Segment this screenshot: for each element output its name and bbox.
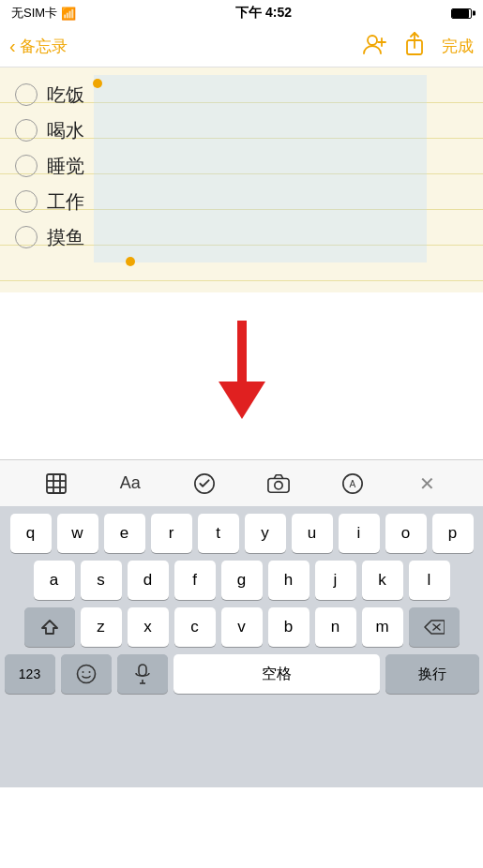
key-j[interactable]: j (315, 561, 356, 600)
red-arrow (209, 321, 275, 437)
key-k[interactable]: k (362, 561, 403, 600)
space-label: 空格 (262, 665, 292, 684)
selection-dot-top (93, 79, 102, 88)
key-num[interactable]: 123 (5, 654, 55, 694)
svg-rect-22 (139, 665, 146, 676)
key-e[interactable]: e (104, 514, 145, 553)
key-z[interactable]: z (81, 607, 122, 647)
key-b[interactable]: b (268, 607, 309, 647)
key-space[interactable]: 空格 (174, 654, 380, 694)
close-toolbar-icon[interactable]: ✕ (410, 467, 444, 501)
checklist-item: 吃饭 (15, 77, 468, 112)
selection-dot-bottom (126, 257, 135, 266)
svg-point-19 (77, 666, 95, 683)
key-f[interactable]: f (174, 561, 216, 600)
note-area[interactable]: 吃饭 喝水 睡觉 工作 摸鱼 (0, 67, 483, 292)
key-x[interactable]: x (128, 607, 169, 647)
back-arrow-icon: ‹ (9, 36, 16, 57)
item-text: 摸鱼 (47, 225, 84, 250)
share-icon[interactable] (404, 32, 425, 62)
status-carrier: 无SIM卡 📶 (11, 5, 76, 22)
key-p[interactable]: p (432, 514, 474, 553)
key-w[interactable]: w (57, 514, 98, 553)
svg-point-14 (275, 481, 282, 488)
key-shift[interactable] (24, 607, 75, 647)
svg-rect-7 (47, 474, 66, 493)
key-m[interactable]: m (362, 607, 403, 647)
item-text: 喝水 (47, 118, 84, 143)
add-person-icon[interactable] (363, 34, 387, 60)
format-toolbar-icon[interactable]: Aa (113, 467, 147, 501)
key-t[interactable]: t (198, 514, 239, 553)
key-emoji[interactable] (61, 654, 112, 694)
key-s[interactable]: s (81, 561, 122, 600)
back-button[interactable]: ‹ 备忘录 (9, 36, 68, 57)
key-o[interactable]: o (385, 514, 427, 553)
return-label: 换行 (418, 666, 446, 683)
format-label: Aa (120, 473, 141, 493)
item-text: 吃饭 (47, 82, 84, 108)
find-toolbar-icon[interactable]: A (336, 467, 370, 501)
key-a[interactable]: a (34, 561, 75, 600)
keyboard-row-3: z x c v b n m (3, 607, 480, 647)
key-c[interactable]: c (174, 607, 216, 647)
key-return[interactable]: 换行 (385, 654, 479, 694)
check-circle[interactable] (15, 119, 38, 142)
key-g[interactable]: g (221, 561, 263, 600)
keyboard-row-1: q w e r t y u i o p (3, 514, 480, 553)
toolbar: Aa A ✕ (0, 459, 483, 506)
nav-bar: ‹ 备忘录 完成 (0, 26, 483, 67)
keyboard-row-4: 123 空格 换行 (3, 654, 480, 699)
key-d[interactable]: d (128, 561, 169, 600)
nav-actions: 完成 (363, 32, 474, 62)
svg-text:A: A (350, 479, 356, 489)
wifi-icon: 📶 (61, 7, 76, 21)
keyboard-row-2: a s d f g h j k l (3, 561, 480, 600)
svg-point-0 (368, 36, 377, 45)
key-y[interactable]: y (245, 514, 286, 553)
battery-icon (451, 8, 472, 19)
close-label: ✕ (419, 472, 435, 495)
key-mic[interactable] (117, 654, 168, 694)
key-h[interactable]: h (268, 561, 309, 600)
below-note (0, 292, 483, 459)
checklist: 吃饭 喝水 睡觉 工作 摸鱼 (15, 77, 468, 255)
carrier-text: 无SIM卡 (11, 5, 57, 22)
checklist-item: 睡觉 (15, 148, 468, 184)
num-label: 123 (19, 666, 40, 681)
key-r[interactable]: r (151, 514, 192, 553)
key-n[interactable]: n (315, 607, 356, 647)
table-toolbar-icon[interactable] (39, 467, 73, 501)
status-battery (451, 8, 472, 19)
svg-marker-6 (219, 382, 265, 419)
check-circle[interactable] (15, 226, 38, 248)
key-u[interactable]: u (292, 514, 333, 553)
camera-toolbar-icon[interactable] (262, 467, 295, 501)
key-q[interactable]: q (10, 514, 52, 553)
status-bar: 无SIM卡 📶 下午 4:52 (0, 0, 483, 26)
svg-rect-13 (268, 478, 289, 492)
key-i[interactable]: i (339, 514, 380, 553)
check-circle[interactable] (15, 155, 38, 177)
keyboard: q w e r t y u i o p a s d f g h j k l z … (0, 506, 483, 787)
check-circle[interactable] (15, 190, 38, 213)
checklist-toolbar-icon[interactable] (188, 467, 221, 501)
status-time: 下午 4:52 (235, 5, 292, 22)
key-l[interactable]: l (409, 561, 450, 600)
item-text: 工作 (47, 189, 84, 215)
svg-point-21 (88, 671, 90, 673)
checklist-item: 工作 (15, 184, 468, 219)
svg-point-20 (82, 671, 83, 673)
check-circle[interactable] (15, 83, 38, 106)
key-v[interactable]: v (221, 607, 263, 647)
done-button[interactable]: 完成 (442, 36, 474, 57)
back-label: 备忘录 (20, 36, 68, 57)
item-text: 睡觉 (47, 154, 84, 179)
key-delete[interactable] (409, 607, 460, 647)
checklist-item: 摸鱼 (15, 219, 468, 255)
checklist-item: 喝水 (15, 112, 468, 148)
